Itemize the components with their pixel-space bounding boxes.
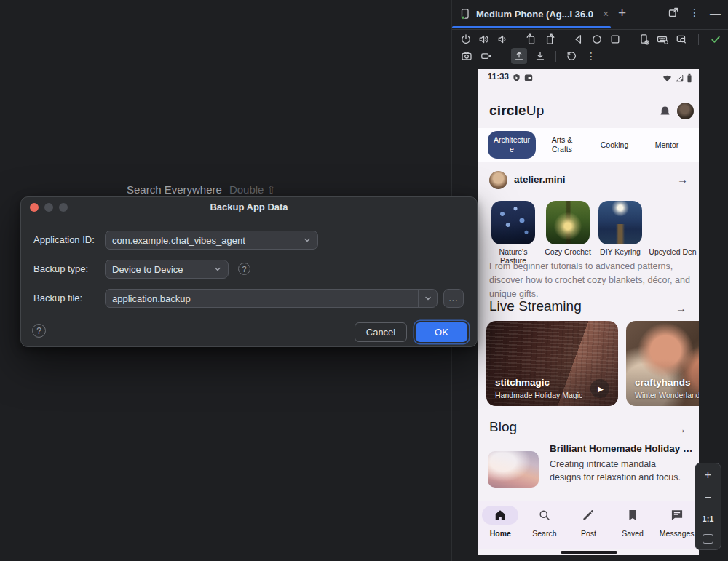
ide-window: Search EverywhereDouble ⇧ Medium Phone (… [0, 0, 728, 561]
tab-arts-crafts[interactable]: Arts & Crafts [536, 131, 588, 159]
nav-search[interactable]: Search [523, 501, 567, 549]
backup-type-label: Backup type: [33, 260, 88, 279]
zoom-ratio-button[interactable]: 1:1 [703, 514, 714, 523]
search-icon [537, 508, 552, 525]
restore-app-data-button[interactable] [534, 49, 547, 63]
chevron-down-icon [303, 236, 312, 244]
device-screen[interactable]: 11:33 circleUp Architecture Arts & Craft… [478, 69, 699, 555]
home-icon [493, 508, 507, 525]
category-tabs: Architecture Arts & Crafts Cooking Mento… [478, 128, 699, 162]
power-button[interactable] [460, 33, 472, 46]
active-tab-indicator [452, 26, 611, 28]
creator-row[interactable]: atelier.mini → [478, 170, 699, 192]
chat-icon [670, 508, 684, 525]
emulator-tabbar: Medium Phone (Ag...I 36.0 × + ⋮ — [452, 0, 728, 30]
nav-post[interactable]: Post [566, 501, 611, 549]
nav-saved[interactable]: Saved [611, 501, 655, 549]
overview-button[interactable] [609, 33, 621, 46]
live-streaming-arrow-icon[interactable]: → [676, 302, 687, 314]
snapshots-button[interactable] [565, 49, 578, 63]
blog-post-title[interactable]: Brilliant Homemade Holiday … [550, 443, 692, 454]
tabbar-menu-icon[interactable]: ⋮ [689, 7, 700, 17]
ok-button[interactable]: OK [416, 322, 467, 342]
home-button[interactable] [591, 33, 603, 46]
nav-messages[interactable]: Messages [654, 501, 699, 549]
volume-up-button[interactable] [478, 33, 490, 46]
run-check-icon [709, 33, 722, 46]
rotate-left-button[interactable] [526, 33, 537, 46]
blog-heading: Blog [489, 419, 517, 435]
backup-type-help-icon[interactable]: ? [238, 263, 250, 275]
notifications-bell-icon[interactable] [658, 105, 672, 122]
emulator-toolbar-row1 [460, 31, 719, 47]
dialog-title: Backup App Data [21, 202, 477, 212]
bookmark-icon [625, 508, 640, 525]
backup-file-combobox[interactable]: application.backup [105, 289, 438, 308]
thumb-label: Upcycled Den [646, 247, 699, 256]
new-tab-icon[interactable]: + [618, 5, 626, 21]
blog-arrow-icon[interactable]: → [676, 423, 687, 435]
zoom-in-button[interactable]: + [705, 469, 711, 481]
tab-cooking[interactable]: Cooking [588, 131, 641, 159]
toolbar-separator [555, 51, 556, 62]
pip-status-icon [524, 73, 533, 82]
live-card-craftyhands[interactable]: craftyhands Winter Wonderland [626, 321, 699, 406]
creator-description: From beginner tutorials to advanced patt… [489, 260, 690, 301]
rotate-right-button[interactable] [544, 33, 555, 46]
screen-search-button[interactable] [675, 33, 688, 46]
chevron-down-icon [213, 265, 222, 274]
volume-down-button[interactable] [496, 33, 508, 46]
application-id-combobox[interactable]: com.example.chat_vibes_agent [105, 231, 318, 250]
cell-signal-icon [675, 74, 684, 82]
post-thumbnail-natures-pasture[interactable] [491, 201, 535, 244]
hardware-input-button[interactable] [657, 33, 668, 46]
live-card-subtitle: Handmade Holiday Magic [495, 391, 582, 399]
dialog-help-icon[interactable]: ? [32, 324, 46, 338]
emulator-device-tab[interactable]: Medium Phone (Ag...I 36.0 × [459, 0, 609, 28]
back-button[interactable] [573, 33, 585, 46]
toolbar-separator [502, 51, 502, 62]
play-icon[interactable]: ▶ [590, 379, 609, 398]
open-in-window-icon[interactable] [668, 7, 679, 18]
backup-app-data-dialog: Backup App Data Application ID: com.exam… [20, 196, 478, 347]
app-title-bold: circle [489, 103, 526, 118]
creator-arrow-icon[interactable]: → [677, 173, 688, 186]
tab-mentor[interactable]: Mentor [641, 131, 693, 159]
blog-post-excerpt: Creating intricate mandala designs for r… [550, 458, 688, 484]
emulator-zoom-panel: + − 1:1 [695, 463, 721, 550]
post-thumbnail-cozy-crochet[interactable] [546, 201, 590, 244]
status-bar: 11:33 [478, 69, 699, 85]
screenshot-button[interactable] [460, 49, 473, 63]
thumb-label: DIY Keyring [594, 247, 646, 256]
post-thumbnail-diy-keyring[interactable] [598, 201, 642, 244]
live-streaming-heading: Live Streaming [489, 298, 582, 314]
backup-app-data-button[interactable] [511, 48, 527, 64]
backup-type-combobox[interactable]: Device to Device [105, 260, 229, 279]
gesture-handle[interactable] [561, 551, 617, 554]
device-settings-button[interactable] [638, 33, 650, 46]
close-tab-icon[interactable]: × [603, 8, 609, 20]
search-everywhere-label: Search Everywhere [127, 183, 222, 196]
battery-icon [687, 73, 692, 83]
emulator-menu-icon[interactable]: ⋮ [585, 49, 598, 63]
pencil-icon [581, 508, 596, 525]
zoom-out-button[interactable]: − [705, 492, 711, 504]
app-title-light: Up [526, 103, 545, 118]
record-screen-button[interactable] [480, 49, 493, 63]
search-everywhere-shortcut: Double ⇧ [229, 183, 276, 196]
profile-avatar[interactable] [677, 103, 694, 119]
browse-file-button[interactable]: ... [443, 289, 464, 308]
hide-panel-icon[interactable]: — [710, 7, 721, 18]
live-card-subtitle: Winter Wonderland [635, 391, 699, 399]
live-card-stitchmagic[interactable]: stitchmagic Handmade Holiday Magic ▶ [486, 321, 618, 406]
cancel-button[interactable]: Cancel [355, 322, 407, 342]
tab-architecture[interactable]: Architecture [488, 131, 536, 159]
status-time: 11:33 [488, 72, 509, 81]
creator-name: atelier.mini [514, 174, 566, 185]
fit-to-window-icon[interactable] [703, 534, 713, 544]
chevron-down-icon[interactable] [418, 290, 437, 307]
wifi-icon [662, 74, 672, 82]
nav-home[interactable]: Home [478, 501, 523, 549]
creator-avatar [489, 171, 507, 189]
blog-post-thumbnail[interactable] [488, 451, 539, 488]
